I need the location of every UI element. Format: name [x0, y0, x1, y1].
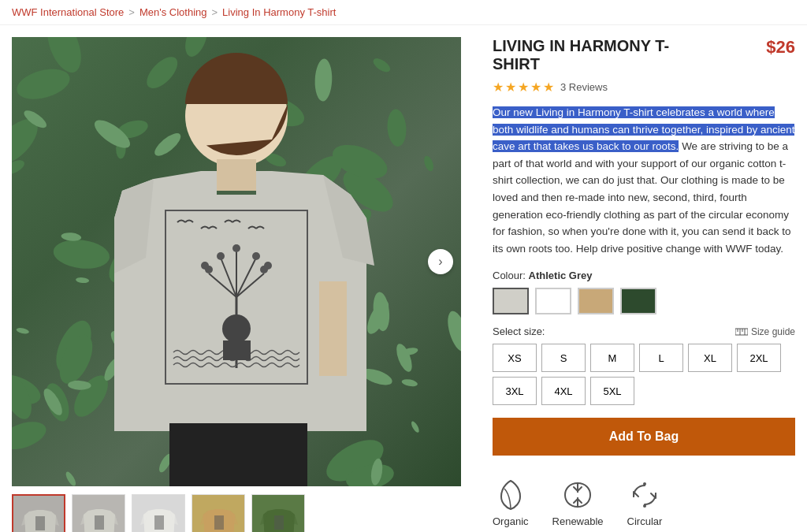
renewable-label: Renewable [552, 515, 604, 527]
size-2xl[interactable]: 2XL [737, 344, 781, 372]
svg-point-5 [643, 504, 646, 508]
product-price: $26 [766, 37, 795, 58]
colour-name: Athletic Grey [529, 270, 593, 281]
organic-icon [495, 479, 526, 511]
add-to-bag-button[interactable]: Add To Bag [493, 418, 795, 456]
star-rating: ★★★★★ [493, 80, 556, 95]
main-content: › LIVING IN HARMONY T-SHIRT $26 [0, 25, 807, 532]
breadcrumb-current: Living In Harmony T-shirt [222, 6, 336, 18]
breadcrumb-sep-1: > [128, 6, 135, 18]
thumbnail-2[interactable] [132, 494, 185, 532]
thumbnail-1[interactable] [72, 494, 125, 532]
breadcrumb: WWF International Store > Men's Clothing… [0, 0, 807, 25]
swatch-dark-green[interactable] [620, 288, 656, 314]
circular-icon [629, 479, 660, 511]
product-description: Our new Living in Harmony T-shirt celebr… [493, 104, 795, 257]
breadcrumb-mens-link[interactable]: Men's Clothing [139, 6, 207, 18]
colour-swatches [493, 288, 795, 314]
size-section: Select size: Size guide XS S M L [493, 326, 795, 405]
size-xl[interactable]: XL [688, 344, 732, 372]
size-grid: XS S M L XL 2XL 3XL 4XL 5XL [493, 344, 795, 405]
size-4xl[interactable]: 4XL [541, 377, 586, 405]
thumbnail-3[interactable] [192, 494, 245, 532]
main-image: › [12, 37, 461, 486]
size-s[interactable]: S [541, 344, 586, 372]
product-header: LIVING IN HARMONY T-SHIRT $26 [493, 37, 795, 73]
product-canvas [12, 37, 461, 486]
badge-renewable: Renewable [552, 479, 604, 527]
left-section: › [12, 37, 477, 532]
size-l[interactable]: L [639, 344, 683, 372]
size-header: Select size: Size guide [493, 326, 795, 337]
size-guide-icon [735, 327, 748, 337]
right-section: LIVING IN HARMONY T-SHIRT $26 ★★★★★ 3 Re… [477, 37, 795, 532]
badge-circular: Circular [627, 479, 663, 527]
reviews-count: 3 Reviews [560, 81, 608, 93]
thumbnail-0[interactable] [12, 494, 65, 532]
next-image-button[interactable]: › [428, 249, 453, 274]
size-label: Select size: [493, 326, 545, 337]
swatch-tan[interactable] [578, 288, 614, 314]
rating-row: ★★★★★ 3 Reviews [493, 80, 795, 95]
size-xs[interactable]: XS [493, 344, 537, 372]
swatch-athletic-grey[interactable] [493, 288, 529, 314]
size-3xl[interactable]: 3XL [493, 377, 537, 405]
size-m[interactable]: M [590, 344, 634, 372]
description-rest: We are striving to be a part of that wor… [493, 140, 791, 255]
circular-label: Circular [627, 515, 663, 527]
swatch-white[interactable] [535, 288, 571, 314]
thumbnail-4[interactable] [251, 494, 305, 532]
thumbnail-strip [12, 494, 477, 532]
badge-organic: Organic [493, 479, 529, 527]
colour-section: Colour: Athletic Grey [493, 270, 795, 314]
organic-label: Organic [493, 515, 529, 527]
breadcrumb-store-link[interactable]: WWF International Store [12, 6, 124, 18]
renewable-icon [562, 479, 593, 511]
product-title: LIVING IN HARMONY T-SHIRT [493, 37, 713, 73]
svg-point-6 [643, 482, 646, 485]
size-guide-link[interactable]: Size guide [735, 326, 795, 337]
colour-label: Colour: Athletic Grey [493, 270, 795, 281]
breadcrumb-sep-2: > [212, 6, 218, 18]
badges-row: Organic Renewable [493, 471, 795, 527]
size-5xl[interactable]: 5XL [590, 377, 634, 405]
svg-rect-0 [735, 329, 748, 335]
